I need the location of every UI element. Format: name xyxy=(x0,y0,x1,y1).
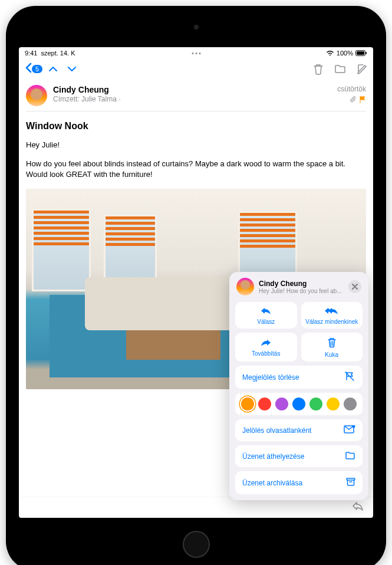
reply-all-button[interactable]: Válasz mindenkinek xyxy=(301,302,363,329)
compose-icon[interactable] xyxy=(357,64,367,74)
forward-label: Továbbítás xyxy=(252,350,280,357)
flag-color-green[interactable] xyxy=(309,398,322,410)
flag-color-red[interactable] xyxy=(258,398,271,410)
move-message-button[interactable]: Üzenet áthelyezése xyxy=(235,445,363,467)
flag-color-yellow[interactable] xyxy=(327,398,340,410)
trash-action-icon xyxy=(327,337,337,350)
envelope-dot-icon xyxy=(344,425,355,435)
body-paragraph: How do you feel about blinds instead of … xyxy=(26,159,366,180)
recipient-label: Címzett: xyxy=(53,95,80,103)
mail-toolbar: 5 xyxy=(19,59,373,79)
svg-rect-1 xyxy=(357,51,364,55)
forward-button[interactable]: Továbbítás xyxy=(235,333,297,362)
ipad-device-frame: 9:41 szept. 14. K 100% xyxy=(6,6,386,565)
trash-icon[interactable] xyxy=(313,63,324,75)
move-label: Üzenet áthelyezése xyxy=(242,452,304,461)
chevron-right-icon: › xyxy=(118,96,120,103)
unflag-label: Megjelölés törlése xyxy=(242,373,299,382)
flag-color-row xyxy=(235,393,363,415)
flag-color-grey[interactable] xyxy=(344,398,357,410)
sheet-title: Cindy Cheung xyxy=(259,280,344,288)
attachment-icon xyxy=(350,96,357,105)
status-date: szept. 14. K xyxy=(41,50,75,57)
mark-unread-button[interactable]: Jelölés olvasatlanként xyxy=(235,419,363,441)
mail-header: Cindy Cheung Címzett: Julie Talma › csüt… xyxy=(26,79,366,111)
mail-subject: Window Nook xyxy=(26,111,366,140)
flag-icon xyxy=(359,96,366,105)
home-button[interactable] xyxy=(183,531,210,558)
next-message-button[interactable] xyxy=(67,63,77,75)
inbox-count-badge[interactable]: 5 xyxy=(32,65,42,73)
sender-avatar[interactable] xyxy=(26,85,47,106)
battery-icon xyxy=(355,50,367,56)
folder-move-icon xyxy=(345,451,355,461)
archive-message-button[interactable]: Üzenet archiválása xyxy=(235,471,363,494)
unflag-icon xyxy=(345,372,355,383)
mark-unread-label: Jelölés olvasatlanként xyxy=(242,426,311,435)
reply-all-label: Válasz mindenkinek xyxy=(305,318,358,325)
folder-icon[interactable] xyxy=(334,64,346,74)
reply-all-icon xyxy=(325,307,339,317)
unflag-button[interactable]: Megjelölés törlése xyxy=(235,366,363,389)
recipient-line[interactable]: Címzett: Julie Talma › xyxy=(53,95,337,103)
multitask-dots[interactable] xyxy=(192,52,200,54)
screen: 9:41 szept. 14. K 100% xyxy=(19,47,373,518)
archive-label: Üzenet archiválása xyxy=(242,479,302,487)
recipient-name: Julie Talma xyxy=(81,95,117,103)
reply-button[interactable]: Válasz xyxy=(235,302,297,329)
reply-action-sheet: Cindy Cheung Hey Julie! How do you feel … xyxy=(229,272,368,500)
flag-color-purple[interactable] xyxy=(275,398,288,410)
trash-button[interactable]: Kuka xyxy=(301,333,363,362)
front-camera xyxy=(194,25,199,29)
svg-point-4 xyxy=(353,425,355,428)
sheet-header: Cindy Cheung Hey Julie! How do you feel … xyxy=(235,278,363,298)
status-time: 9:41 xyxy=(25,50,37,57)
forward-icon xyxy=(260,339,272,349)
sheet-preview: Hey Julie! How do you feel ab... xyxy=(259,288,344,294)
sender-name[interactable]: Cindy Cheung xyxy=(53,85,337,94)
prev-message-button[interactable] xyxy=(48,63,58,75)
svg-rect-2 xyxy=(366,52,367,54)
battery-percent: 100% xyxy=(337,50,353,57)
reply-toolbar-button[interactable] xyxy=(352,501,364,514)
back-button[interactable] xyxy=(25,63,32,76)
wifi-icon xyxy=(326,50,334,56)
sheet-avatar xyxy=(236,278,254,295)
status-bar: 9:41 szept. 14. K 100% xyxy=(19,47,373,59)
flag-color-blue[interactable] xyxy=(292,398,305,410)
archive-icon xyxy=(346,477,355,488)
mail-body: Hey Julie! How do you feel about blinds … xyxy=(26,140,366,180)
mail-date: csütörtök xyxy=(337,85,366,93)
body-greeting: Hey Julie! xyxy=(26,140,366,150)
reply-icon xyxy=(260,307,272,317)
trash-label: Kuka xyxy=(325,352,338,358)
close-button[interactable] xyxy=(348,280,361,293)
flag-color-orange[interactable] xyxy=(241,398,254,410)
reply-label: Válasz xyxy=(257,318,275,325)
